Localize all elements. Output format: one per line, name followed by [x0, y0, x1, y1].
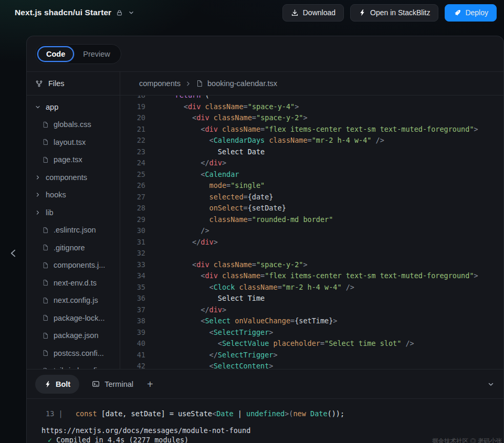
file-item[interactable]: .eslintrc.json	[27, 221, 120, 239]
download-button[interactable]: Download	[282, 4, 344, 22]
file-item[interactable]: tailwind.confi...	[27, 362, 120, 370]
code-line[interactable]: 34 <div className="flex items-center tex…	[120, 270, 503, 282]
code-text: selected={date}	[145, 192, 274, 203]
folder-item[interactable]: components	[27, 168, 120, 186]
collapse-terminal-chevron-down-icon[interactable]	[487, 380, 495, 388]
file-item[interactable]: postcss.confi...	[27, 344, 120, 362]
header-actions: Download Open in StackBlitz Deploy	[282, 4, 497, 22]
code-line[interactable]: 26 mode="single"	[120, 180, 503, 192]
code-line[interactable]: 23 Select Date	[120, 146, 503, 158]
rocket-icon	[453, 9, 461, 17]
code-line[interactable]: 33 <div className="space-y-2">	[120, 259, 503, 271]
code-text: <Clock className="mr-2 h-4 w-4" />	[145, 282, 354, 293]
compile-status-text: Compiled in 4.4s (2277 modules)	[52, 436, 188, 443]
code-line[interactable]: 30 />	[120, 225, 503, 237]
folder-item[interactable]: app	[27, 98, 120, 116]
file-item[interactable]: globals.css	[27, 116, 120, 134]
tab-code[interactable]: Code	[37, 46, 74, 62]
code-text: </div>	[145, 237, 218, 248]
code-text: <SelectTrigger>	[145, 327, 274, 339]
project-title-group[interactable]: Next.js shadcn/ui Starter	[15, 8, 135, 17]
line-number: 24	[120, 157, 145, 169]
code-line[interactable]: 25 <Calendar	[120, 169, 503, 181]
collapse-panel-chevron-left-icon[interactable]	[9, 249, 18, 258]
file-label: page.tsx	[54, 155, 82, 164]
open-stackblitz-button[interactable]: Open in StackBlitz	[350, 4, 438, 22]
code-line[interactable]: 24 </div>	[120, 157, 503, 169]
code-line[interactable]: 40 <SelectValue placeholder="Select time…	[120, 338, 503, 350]
line-number: 23	[120, 146, 145, 158]
code-text: Select Date	[145, 146, 265, 158]
file-item[interactable]: next-env.d.ts	[27, 274, 120, 292]
code-line[interactable]: 41 </SelectTrigger>	[120, 350, 503, 361]
file-tree-icon	[35, 80, 43, 88]
tab-preview[interactable]: Preview	[74, 46, 119, 62]
file-item[interactable]: next.config.js	[27, 292, 120, 310]
folder-item[interactable]: lib	[27, 204, 120, 221]
code-line[interactable]: 36 Select Time	[120, 293, 503, 304]
file-icon	[42, 297, 49, 304]
file-icon	[42, 227, 49, 234]
bolt-label: Bolt	[56, 380, 70, 388]
explorer-header-row: Files components booking-calendar.tsx	[27, 72, 503, 96]
code-line[interactable]: 27 selected={date}	[120, 192, 503, 203]
file-item[interactable]: package.json	[27, 327, 120, 345]
line-number: 37	[120, 304, 145, 316]
folder-item[interactable]: hooks	[27, 186, 120, 204]
file-icon	[42, 121, 49, 128]
code-line[interactable]: 32	[120, 248, 503, 259]
file-item[interactable]: components.j...	[27, 257, 120, 275]
line-number: 33	[120, 259, 145, 271]
code-line[interactable]: 20 <div className="space-y-2">	[120, 112, 503, 124]
file-label: hooks	[46, 191, 66, 199]
line-number: 39	[120, 327, 145, 339]
line-number: 34	[120, 270, 145, 282]
code-line[interactable]: 42 <SelectContent>	[120, 361, 503, 369]
file-item[interactable]: .gitignore	[27, 239, 120, 257]
chevron-down-icon	[35, 104, 41, 110]
bolt-tab[interactable]: Bolt	[35, 375, 79, 394]
chevron-down-icon[interactable]	[128, 9, 135, 16]
files-header: Files	[27, 72, 120, 95]
code-text: <Calendar	[145, 169, 239, 181]
terminal-link[interactable]: https://nextjs.org/docs/messages/module-…	[41, 427, 503, 434]
line-number: 38	[120, 315, 145, 327]
code-line[interactable]: 21 <div className="flex items-center tex…	[120, 124, 503, 135]
line-number: 42	[120, 361, 145, 369]
code-editor[interactable]: 18 return (19 <div className="space-y-4"…	[120, 96, 503, 369]
chevron-right-icon	[185, 80, 192, 87]
file-explorer: appglobals.csslayout.tsxpage.tsxcomponen…	[27, 96, 120, 369]
breadcrumb: components booking-calendar.tsx	[120, 72, 503, 95]
code-line[interactable]: 38 <Select onValueChange={setTime}>	[120, 315, 503, 327]
line-number: 25	[120, 169, 145, 181]
terminal-output[interactable]: 13 | const [date, setDate] = useState<Da…	[27, 398, 503, 443]
file-label: globals.css	[54, 120, 91, 129]
open-stackblitz-label: Open in StackBlitz	[370, 8, 430, 17]
code-line[interactable]: 29 className="rounded-md border"	[120, 214, 503, 226]
breadcrumb-file[interactable]: booking-calendar.tsx	[207, 79, 277, 88]
line-number: 36	[120, 293, 145, 304]
bottom-panel-header: Bolt Terminal +	[27, 369, 503, 398]
code-text: <CalendarDays className="mr-2 h-4 w-4" /…	[145, 135, 384, 146]
code-line[interactable]: 19 <div className="space-y-4">	[120, 101, 503, 113]
line-number: 32	[120, 248, 145, 259]
file-item[interactable]: layout.tsx	[27, 133, 120, 151]
file-item[interactable]: page.tsx	[27, 151, 120, 169]
code-text: </div>	[145, 304, 226, 316]
code-line[interactable]: 37 </div>	[120, 304, 503, 316]
bolt-lightning-icon	[44, 381, 51, 388]
terminal-tab[interactable]: Terminal	[92, 380, 133, 388]
breadcrumb-folder[interactable]: components	[139, 79, 181, 88]
code-line[interactable]: 18 return (	[120, 96, 503, 101]
code-line[interactable]: 35 <Clock className="mr-2 h-4 w-4" />	[120, 282, 503, 293]
file-icon	[42, 156, 49, 163]
code-line[interactable]: 31 </div>	[120, 237, 503, 248]
file-item[interactable]: package-lock...	[27, 309, 120, 327]
code-line[interactable]: 39 <SelectTrigger>	[120, 327, 503, 339]
code-line[interactable]: 22 <CalendarDays className="mr-2 h-4 w-4…	[120, 135, 503, 146]
code-line[interactable]: 28 onSelect={setDate}	[120, 203, 503, 214]
file-icon	[42, 244, 49, 251]
deploy-button[interactable]: Deploy	[445, 4, 497, 22]
add-terminal-button[interactable]: +	[147, 379, 153, 389]
code-text: <div className="space-y-2">	[145, 112, 308, 124]
